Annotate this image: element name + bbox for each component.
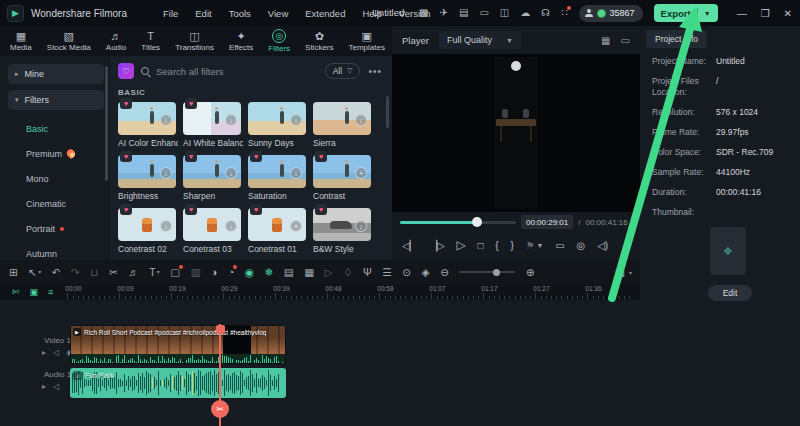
filter-card-sierra[interactable]: ↓Sierra	[313, 102, 373, 148]
video-clip[interactable]: ▶ Rich Roll Short Podcast #podcast #rich…	[70, 325, 286, 364]
keyframe-button[interactable]: ◈	[422, 267, 430, 278]
quality-dropdown[interactable]: Full Quality ▼	[439, 31, 521, 49]
auto-ripple-icon[interactable]: ≡	[48, 287, 53, 297]
download-icon[interactable]: ↓	[355, 114, 367, 126]
filter-card-conetrast-02[interactable]: ♥↓Conetrast 02	[118, 208, 178, 254]
edit-thumbnail-button[interactable]: Edit	[708, 285, 752, 301]
favorite-heart-icon[interactable]: ♥	[250, 204, 262, 215]
tab-titles[interactable]: TTitles	[141, 30, 160, 52]
quick-split-icon[interactable]: ✄	[12, 287, 20, 297]
timeline-zoom-slider[interactable]	[459, 271, 515, 273]
download-icon[interactable]: ↓	[160, 114, 172, 126]
filter-card-saturation[interactable]: ♥↓Saturation	[248, 155, 308, 201]
sidebar-item-basic[interactable]: Basic	[8, 116, 104, 141]
tab-stock-media[interactable]: ▧Stock Media	[47, 30, 91, 52]
download-icon[interactable]: ↓	[355, 220, 367, 232]
favorite-heart-icon[interactable]: ♥	[250, 151, 262, 162]
filter-card-ai-white-balance[interactable]: ♥↓AI White Balance	[183, 102, 243, 148]
favorite-heart-icon[interactable]: ♥	[315, 204, 327, 215]
tab-stickers[interactable]: ✿Stickers	[305, 30, 333, 52]
favorites-badge-icon[interactable]: ♡	[118, 63, 134, 79]
split-clip-scissors-button[interactable]: ✂	[211, 400, 229, 418]
tab-templates[interactable]: ▣Templates	[349, 30, 385, 52]
favorite-heart-icon[interactable]: ♥	[315, 151, 327, 162]
share-icon[interactable]: ✈	[440, 8, 448, 18]
filter-card-b-w-style[interactable]: ♥↓B&W Style	[313, 208, 373, 254]
filter-card-brightness[interactable]: ♥↓Brightness	[118, 155, 178, 201]
current-timecode[interactable]: 00:00:29:01	[521, 215, 573, 229]
snapshot-tool-button[interactable]: ▤	[284, 267, 294, 278]
seek-slider[interactable]	[400, 221, 516, 224]
save-icon[interactable]: ◫	[500, 8, 509, 18]
delete-button[interactable]: ⊔	[90, 267, 98, 278]
sidebar-item-cinematic[interactable]: Cinematic	[8, 191, 104, 216]
cloud-upload-icon[interactable]: ☁	[520, 8, 530, 18]
volume-button[interactable]: ◁)	[597, 240, 608, 251]
filter-scope-toggle[interactable]: All ▽	[325, 63, 361, 79]
zoom-out-button[interactable]: ⊖	[440, 267, 449, 278]
filter-card-contrast[interactable]: ♥+Contrast	[313, 155, 373, 201]
favorite-heart-icon[interactable]: ♥	[185, 98, 197, 109]
add-icon[interactable]: +	[290, 220, 302, 232]
apps-grid-icon[interactable]: ∷	[561, 8, 567, 18]
tab-effects[interactable]: ✦Effects	[229, 30, 253, 52]
more-options-button[interactable]: •••	[368, 66, 382, 77]
timeline-view-menu[interactable]: ▦▾	[615, 267, 632, 278]
mark-in-button[interactable]: {	[495, 240, 498, 251]
mirror-display-button[interactable]: ▭	[555, 240, 564, 251]
color-match-button[interactable]: ◑	[211, 267, 217, 278]
zoom-in-button[interactable]: ⊕	[526, 267, 535, 278]
download-icon[interactable]: ↓	[160, 220, 172, 232]
restore-button[interactable]: ❐	[761, 8, 770, 19]
download-icon[interactable]: ↓	[225, 220, 237, 232]
filter-card-sharpen[interactable]: ♥↓Sharpen	[183, 155, 243, 201]
display-icon[interactable]: ▭	[479, 8, 488, 18]
sidebar-item-mono[interactable]: Mono	[8, 166, 104, 191]
export-button[interactable]: Export ▼	[654, 4, 718, 22]
marker-list-button[interactable]: ☰	[382, 267, 391, 278]
zoom-knob[interactable]	[493, 269, 500, 276]
track-export-icon[interactable]: ▸	[42, 382, 46, 391]
project-thumbnail[interactable]: ❖	[710, 227, 746, 275]
ai-assistant-button[interactable]: ◉	[245, 267, 254, 278]
download-icon[interactable]: ↓	[160, 167, 172, 179]
menu-tools[interactable]: Tools	[229, 8, 251, 19]
preview-render-button[interactable]: ▷	[325, 267, 333, 278]
track-mute-icon[interactable]: ◁	[53, 348, 59, 357]
text-tool-button[interactable]: T▾	[149, 267, 159, 278]
undo-button[interactable]: ↶	[52, 267, 61, 278]
time-ruler[interactable]: 00:0000:0900:1900:2900:3900:4800:5801:07…	[63, 284, 640, 300]
menu-view[interactable]: View	[268, 8, 288, 19]
copy-button[interactable]: ▥	[191, 267, 201, 278]
select-tool-icon[interactable]: ↖▾	[28, 267, 41, 278]
stop-button[interactable]: □	[477, 240, 483, 251]
favorite-heart-icon[interactable]: ♥	[120, 98, 132, 109]
camera-add-button[interactable]: ▦	[304, 267, 314, 278]
mark-out-button[interactable]: }	[510, 240, 513, 251]
close-button[interactable]: ✕	[784, 8, 792, 19]
sidebar-scrollbar[interactable]	[105, 66, 108, 181]
previous-frame-button[interactable]: ◁▏	[402, 240, 417, 251]
filter-card-ai-color-enhance[interactable]: ♥↓AI Color Enhance	[118, 102, 178, 148]
tab-media[interactable]: ▦Media	[10, 30, 32, 52]
filter-panel-scrollbar[interactable]	[386, 96, 389, 128]
minimize-button[interactable]: —	[737, 8, 747, 19]
speed-button[interactable]: ◔	[228, 267, 234, 278]
sidebar-item-portrait[interactable]: Portrait	[8, 216, 104, 241]
ai-effects-button[interactable]: ❄	[264, 267, 273, 278]
playhead-handle[interactable]	[216, 325, 225, 334]
media-layout-icon[interactable]: ⊞	[9, 267, 18, 278]
export-caret-icon[interactable]: ▼	[704, 10, 711, 17]
shield-button[interactable]: ♢	[343, 267, 352, 278]
seek-knob[interactable]	[472, 217, 482, 227]
tab-filters[interactable]: ◎Filters	[268, 29, 290, 53]
download-icon[interactable]: ↓	[290, 114, 302, 126]
magnetic-timeline-icon[interactable]: ▣	[30, 287, 39, 297]
crop-button[interactable]: ▢	[170, 267, 180, 278]
add-icon[interactable]: +	[355, 167, 367, 179]
audio-detach-button[interactable]: ♬	[128, 267, 139, 278]
redo-button[interactable]: ↷	[71, 267, 80, 278]
track-export-icon[interactable]: ▸	[42, 348, 46, 357]
sidebar-item-premium[interactable]: Premium	[8, 141, 104, 166]
tab-project-info[interactable]: Project Info	[646, 30, 707, 48]
